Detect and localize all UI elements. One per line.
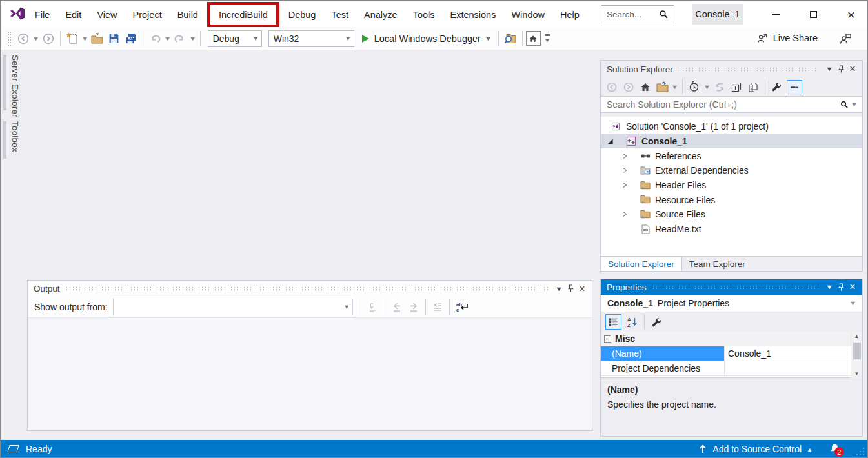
close-panel-icon[interactable]: × xyxy=(847,282,858,292)
minimize-button[interactable] xyxy=(761,1,791,27)
start-debugging-button[interactable]: Local Windows Debugger xyxy=(374,34,481,44)
navigate-forward-button[interactable] xyxy=(41,31,56,46)
tree-item-project-console1[interactable]: Console_1 xyxy=(601,134,862,149)
property-value[interactable]: Console_1 xyxy=(725,346,862,361)
redo-dropdown[interactable]: ▼ xyxy=(188,35,196,42)
menu-item-incredibuild[interactable]: IncrediBuild xyxy=(207,2,279,28)
save-button[interactable] xyxy=(107,31,121,46)
tree-item-resource-files[interactable]: Resource Files xyxy=(601,192,862,207)
toolbar-overflow-button[interactable]: ▼ xyxy=(545,34,550,43)
toggle-word-wrap-button[interactable]: abc xyxy=(454,299,471,315)
category-row-misc[interactable]: Misc xyxy=(601,332,862,346)
menu-item-window[interactable]: Window xyxy=(503,10,552,20)
toolbar-grip[interactable] xyxy=(7,31,11,46)
previous-message-button[interactable] xyxy=(390,299,404,315)
solution-platform-combo[interactable]: Win32 ▼ xyxy=(268,30,354,47)
close-panel-icon[interactable]: × xyxy=(576,284,588,294)
navigate-back-button[interactable] xyxy=(16,31,30,46)
search-input[interactable]: Search... xyxy=(601,5,674,23)
menu-item-view[interactable]: View xyxy=(89,10,125,20)
debug-target-dropdown[interactable]: ▼ xyxy=(485,35,492,42)
se-forward-button[interactable] xyxy=(621,79,636,95)
expand-icon[interactable] xyxy=(621,167,629,174)
scrollbar-thumb[interactable] xyxy=(853,343,861,359)
window-position-dropdown[interactable]: ▼ xyxy=(822,66,836,72)
new-project-dropdown[interactable]: ▼ xyxy=(81,35,89,42)
property-row-project-dependencies[interactable]: Project Dependencies xyxy=(601,361,862,376)
clear-all-button[interactable] xyxy=(430,299,445,315)
new-project-button[interactable] xyxy=(65,31,79,46)
properties-object-combo[interactable]: Console_1 Project Properties ▼ xyxy=(601,295,862,312)
menu-item-edit[interactable]: Edit xyxy=(57,10,89,20)
close-button[interactable]: × xyxy=(836,1,866,27)
menu-item-tools[interactable]: Tools xyxy=(405,10,443,20)
menu-item-build[interactable]: Build xyxy=(170,10,206,20)
properties-header[interactable]: Properties ▼ × xyxy=(601,279,862,295)
tab-server-explorer[interactable]: Server Explorer xyxy=(3,55,20,119)
se-home-button[interactable] xyxy=(638,79,652,95)
se-back-button[interactable] xyxy=(605,79,619,95)
property-value[interactable] xyxy=(725,361,862,375)
menu-item-file[interactable]: File xyxy=(27,10,57,20)
window-position-dropdown[interactable]: ▼ xyxy=(822,284,836,290)
navigate-back-dropdown[interactable]: ▼ xyxy=(32,35,40,42)
search-options-dropdown[interactable]: ▼ xyxy=(851,101,858,108)
scroll-up-icon[interactable]: ▲ xyxy=(854,332,860,341)
menu-item-project[interactable]: Project xyxy=(125,10,170,20)
tab-toolbox[interactable]: Toolbox xyxy=(3,121,20,166)
switch-views-dropdown[interactable]: ▼ xyxy=(671,84,679,90)
expand-icon[interactable] xyxy=(621,182,629,188)
output-header[interactable]: Output ▼ × xyxy=(28,281,592,297)
menu-item-extensions[interactable]: Extensions xyxy=(442,10,503,20)
sync-with-active-document-button[interactable] xyxy=(712,79,727,95)
tree-item-readme[interactable]: ReadMe.txt xyxy=(601,222,862,237)
solution-explorer-search-input[interactable]: Search Solution Explorer (Ctrl+;) ▼ xyxy=(601,96,862,113)
notifications-button[interactable]: 2 xyxy=(829,443,840,454)
tab-team-explorer[interactable]: Team Explorer xyxy=(682,257,752,271)
next-message-button[interactable] xyxy=(407,299,421,315)
maximize-button[interactable] xyxy=(798,1,828,27)
expand-icon[interactable] xyxy=(621,153,629,159)
properties-scrollbar[interactable]: ▲ ▼ xyxy=(851,332,862,378)
open-file-button[interactable] xyxy=(90,31,105,46)
live-share-button[interactable]: Live Share xyxy=(756,32,818,44)
tree-item-solution[interactable]: Solution 'Console_1' (1 of 1 project) xyxy=(601,119,862,134)
properties-button[interactable] xyxy=(770,79,784,95)
collapse-all-button[interactable] xyxy=(729,79,743,95)
pending-changes-filter-button[interactable] xyxy=(687,79,701,95)
solution-explorer-header[interactable]: Solution Explorer ▼ × xyxy=(601,61,862,77)
filter-dropdown[interactable]: ▼ xyxy=(703,84,711,90)
tree-item-header-files[interactable]: Header Files xyxy=(601,178,862,193)
menu-item-debug[interactable]: Debug xyxy=(281,10,324,20)
property-row-name[interactable]: (Name) Console_1 xyxy=(601,346,862,361)
goto-message-button[interactable] xyxy=(366,299,380,315)
save-all-button[interactable] xyxy=(124,31,138,46)
drag-handle[interactable] xyxy=(678,67,818,72)
menu-item-test[interactable]: Test xyxy=(323,10,356,20)
preview-selected-items-button[interactable] xyxy=(787,80,802,94)
collapse-icon[interactable] xyxy=(606,138,614,145)
find-in-files-button[interactable] xyxy=(503,31,518,46)
window-position-dropdown[interactable]: ▼ xyxy=(551,286,566,292)
undo-dropdown[interactable]: ▼ xyxy=(164,35,172,42)
tree-item-references[interactable]: References xyxy=(601,148,862,163)
alphabetical-button[interactable]: AZ xyxy=(625,314,640,330)
resize-grip[interactable] xyxy=(856,447,865,456)
output-source-combo[interactable]: ▼ xyxy=(113,299,353,315)
add-to-source-control-button[interactable]: Add to Source Control xyxy=(712,444,802,454)
expand-icon[interactable] xyxy=(621,211,629,217)
switch-views-button[interactable] xyxy=(655,79,669,95)
undo-button[interactable] xyxy=(148,31,162,46)
close-panel-icon[interactable]: × xyxy=(847,64,858,74)
tree-item-source-files[interactable]: Source Files xyxy=(601,207,862,222)
menu-item-analyze[interactable]: Analyze xyxy=(356,10,405,20)
solution-configuration-combo[interactable]: Debug ▼ xyxy=(208,30,262,47)
tab-solution-explorer[interactable]: Solution Explorer xyxy=(601,257,682,271)
menu-item-help[interactable]: Help xyxy=(552,10,587,20)
chevron-up-icon[interactable]: ▲ xyxy=(807,446,812,453)
drag-handle[interactable] xyxy=(65,286,548,291)
show-all-files-button[interactable] xyxy=(746,79,760,95)
solution-home-button[interactable] xyxy=(526,31,541,46)
tree-item-external-dependencies[interactable]: External Dependencies xyxy=(601,163,862,178)
drag-handle[interactable] xyxy=(652,285,818,290)
